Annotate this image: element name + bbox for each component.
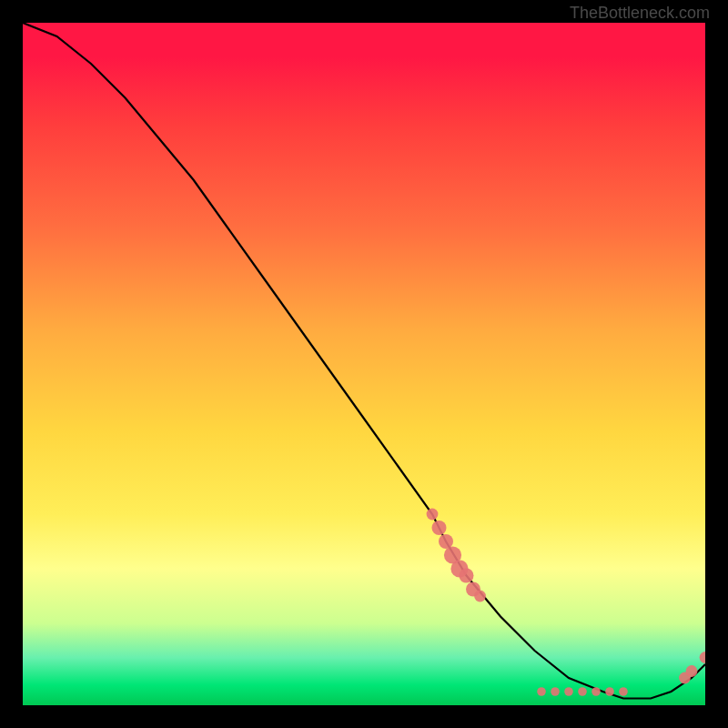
watermark-text: TheBottleneck.com (570, 4, 710, 23)
bottleneck-curve-line (23, 23, 705, 699)
chart-markers (427, 509, 705, 696)
chart-marker (460, 569, 474, 583)
chart-marker (564, 687, 573, 696)
chart-marker (592, 687, 601, 696)
chart-svg-layer (23, 23, 705, 705)
chart-marker (619, 687, 628, 696)
chart-marker (427, 509, 439, 521)
chart-marker (537, 687, 546, 696)
chart-plot-area (23, 23, 705, 705)
chart-marker (686, 665, 698, 677)
chart-marker (605, 687, 614, 696)
chart-marker (474, 591, 486, 602)
chart-marker (578, 687, 587, 696)
chart-marker (432, 521, 447, 535)
chart-marker (551, 687, 560, 696)
chart-marker (700, 652, 705, 663)
